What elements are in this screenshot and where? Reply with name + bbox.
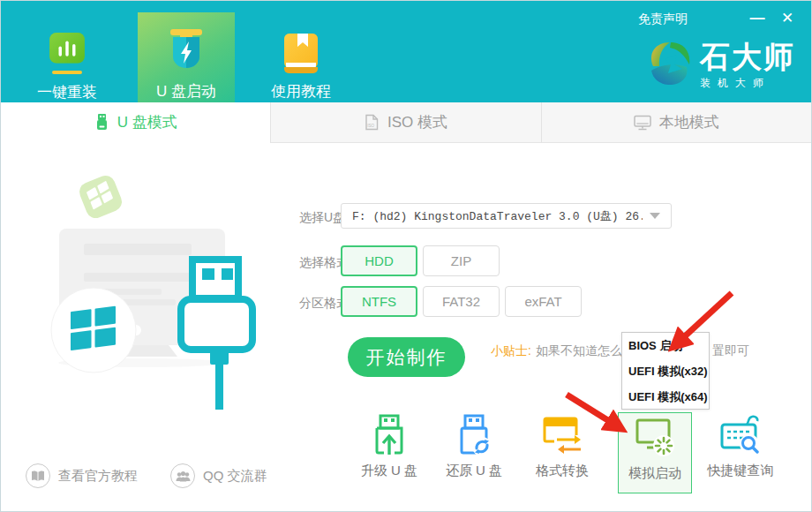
tab-one-key-reinstall[interactable]: 一键重装 (1, 1, 133, 102)
mode-tab-local[interactable]: 本地模式 (541, 102, 811, 143)
start-create-button[interactable]: 开始制作 (348, 337, 465, 377)
tab-underline (52, 71, 82, 74)
boot-mode-menu: BIOS 启动 UEFI 模拟(x32) UEFI 模拟(x64) (621, 332, 710, 410)
official-tutorial-link[interactable]: 查看官方教程 (26, 463, 138, 488)
menu-item-bios[interactable]: BIOS 启动 (622, 333, 709, 358)
tool-format-convert[interactable]: 格式转换 (523, 414, 602, 479)
simulate-boot-icon (635, 417, 675, 459)
usb-illustration (27, 160, 283, 425)
disclaimer-link[interactable]: 免责声明 (638, 11, 688, 27)
format-option-zip[interactable]: ZIP (423, 245, 500, 276)
restore-usb-icon (455, 414, 493, 456)
group-icon (170, 463, 195, 488)
partition-option-ntfs[interactable]: NTFS (341, 286, 417, 317)
tool-label: 模拟启动 (628, 465, 681, 482)
tip-text-continued: 置即可 (712, 343, 749, 359)
logo-subtitle: 装机大师 (700, 76, 795, 91)
menu-item-uefi-x32[interactable]: UEFI 模拟(x32) (622, 358, 709, 384)
partition-option-exfat[interactable]: exFAT (505, 286, 582, 317)
close-button[interactable]: ✕ (776, 8, 799, 29)
footer-link-label: QQ 交流群 (203, 468, 267, 485)
upgrade-usb-icon (370, 414, 409, 456)
bar-chart-icon (45, 33, 89, 68)
mode-tab-bar: U 盘模式 ISO ISO 模式 本地模式 (1, 102, 811, 143)
logo-swirl-icon (647, 40, 693, 87)
mode-tab-iso[interactable]: ISO ISO 模式 (270, 102, 540, 143)
app-window: 一键重装 U 盘启动 使用教程 免责声明 — (0, 0, 812, 512)
tool-label: 格式转换 (536, 463, 589, 479)
format-option-hdd[interactable]: HDD (341, 245, 417, 276)
shield-lightning-icon (165, 29, 207, 73)
tab-label: 使用教程 (271, 81, 331, 102)
tool-restore-usb[interactable]: 还原 U 盘 (434, 414, 514, 479)
usb-drive-value: F: (hd2) KingstonDataTraveler 3.0 (U盘) 2… (352, 208, 643, 224)
book-icon (282, 33, 320, 73)
titlebar: 一键重装 U 盘启动 使用教程 免责声明 — (1, 1, 811, 102)
menu-item-uefi-x64[interactable]: UEFI 模拟(x64) (622, 384, 709, 410)
tool-label: 快捷键查询 (708, 463, 774, 479)
iso-file-icon: ISO (365, 114, 380, 131)
tab-usb-boot-selected[interactable]: U 盘启动 (138, 12, 235, 102)
tool-upgrade-usb[interactable]: 升级 U 盘 (350, 414, 429, 479)
tab-tutorial[interactable]: 使用教程 (257, 1, 345, 102)
mode-tab-label: U 盘模式 (117, 112, 177, 132)
app-logo: 石大师 装机大师 (647, 40, 795, 91)
usb-drive-select[interactable]: F: (hd2) KingstonDataTraveler 3.0 (U盘) 2… (341, 203, 672, 229)
footer-link-label: 查看官方教程 (58, 468, 138, 485)
qq-group-link[interactable]: QQ 交流群 (170, 463, 267, 488)
hotkey-search-icon (720, 414, 761, 456)
monitor-icon (634, 115, 651, 131)
tab-label: 一键重装 (37, 82, 97, 102)
book-icon (26, 463, 50, 488)
tool-hotkey-query[interactable]: 快捷键查询 (701, 414, 780, 479)
mode-tab-usb[interactable]: U 盘模式 (1, 102, 270, 143)
usb-drive-icon (94, 114, 109, 131)
mode-tab-label: 本地模式 (659, 112, 719, 132)
minimize-button[interactable]: — (746, 8, 769, 29)
logo-title: 石大师 (700, 40, 795, 73)
tool-label: 升级 U 盘 (361, 463, 417, 479)
tip-text: 小贴士:如果不知道怎么配 (491, 343, 621, 359)
tool-simulate-boot[interactable]: 模拟启动 (618, 412, 692, 493)
tab-label: U 盘启动 (156, 81, 216, 102)
mode-tab-label: ISO 模式 (387, 112, 447, 132)
partition-option-fat32[interactable]: FAT32 (423, 286, 500, 317)
tip-label: 小贴士: (491, 343, 531, 358)
logo-text: 石大师 装机大师 (700, 40, 795, 91)
svg-text:ISO: ISO (367, 124, 374, 128)
tool-label: 还原 U 盘 (446, 463, 502, 479)
chevron-down-icon (650, 213, 660, 219)
format-convert-icon (542, 414, 583, 456)
